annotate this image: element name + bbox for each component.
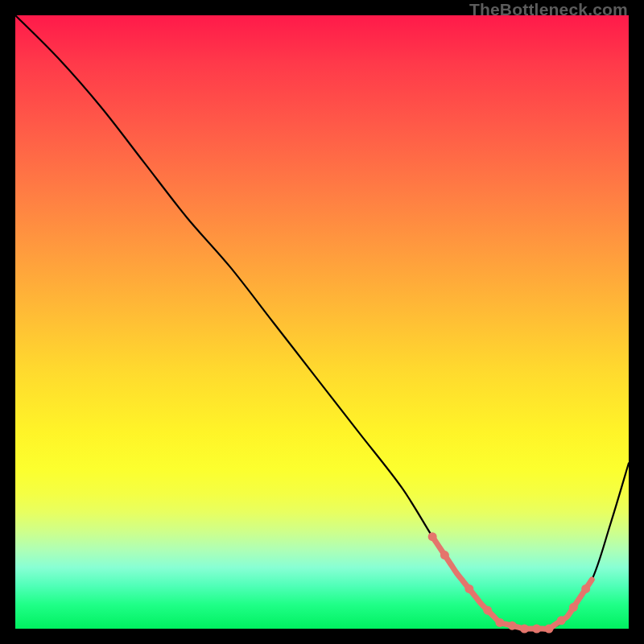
- svg-point-7: [532, 625, 541, 634]
- svg-point-6: [520, 625, 529, 634]
- svg-point-2: [464, 584, 473, 593]
- svg-point-8: [544, 625, 553, 634]
- svg-point-10: [569, 603, 578, 612]
- svg-point-4: [495, 618, 504, 627]
- svg-point-1: [440, 551, 449, 559]
- svg-point-5: [508, 621, 517, 630]
- svg-point-3: [483, 606, 492, 615]
- highlight-trough: [432, 537, 592, 630]
- svg-point-9: [557, 616, 566, 625]
- svg-point-0: [428, 532, 437, 541]
- svg-point-11: [581, 584, 590, 593]
- chart-svg: [15, 15, 629, 629]
- bottleneck-curve: [15, 15, 629, 630]
